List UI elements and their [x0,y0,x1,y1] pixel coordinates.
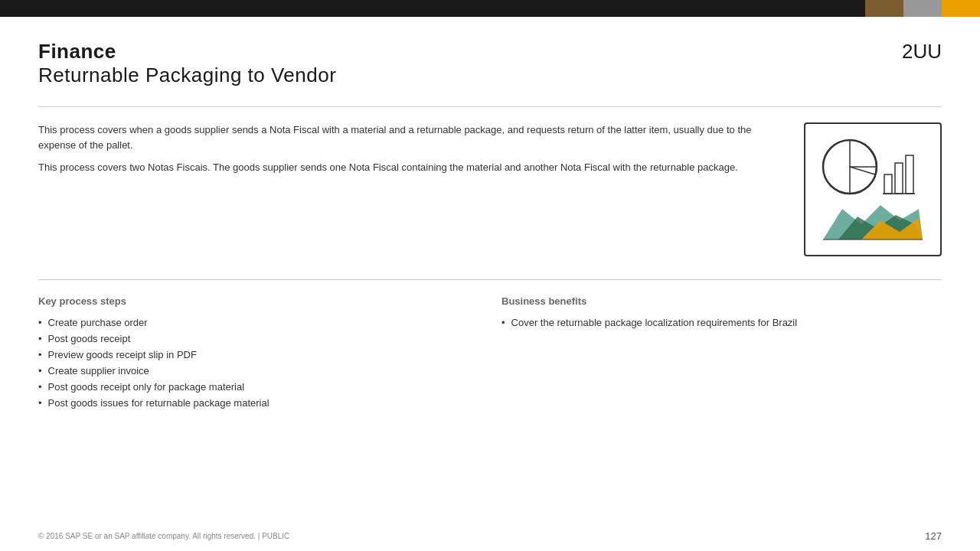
chart-svg [815,132,930,247]
list-item: Post goods issues for returnable package… [38,395,479,411]
page-footer: © 2016 SAP SE or an SAP affiliate compan… [38,530,942,542]
list-item: Cover the returnable package localizatio… [501,315,942,331]
title-code: 2UU [902,40,942,64]
list-item: Create purchase order [38,315,479,331]
list-item: Post goods receipt [38,331,479,347]
top-bar-gray-accent [903,0,942,17]
header-title-block: Finance Returnable Packaging to Vendor [38,40,336,87]
header-divider [38,106,942,107]
paragraph-1: This process covers when a goods supplie… [38,122,773,152]
key-process-list: Create purchase order Post goods receipt… [38,315,479,411]
title-subtitle: Returnable Packaging to Vendor [38,64,336,87]
business-benefits-heading: Business benefits [501,295,942,307]
svg-rect-3 [906,155,913,194]
list-item: Post goods receipt only for package mate… [38,379,479,395]
chart-illustration [804,122,942,256]
top-bar-brown-accent [865,0,903,17]
svg-rect-1 [884,174,892,194]
page-number: 127 [925,530,942,542]
list-item: Preview goods receipt slip in PDF [38,347,479,363]
business-benefits-list: Cover the returnable package localizatio… [501,315,942,331]
title-finance: Finance [38,40,336,64]
list-item: Create supplier invoice [38,363,479,379]
top-bar-gold-accent [942,0,980,17]
copyright-text: © 2016 SAP SE or an SAP affiliate compan… [38,532,289,540]
main-content: Finance Returnable Packaging to Vendor 2… [0,17,980,426]
business-benefits-section: Business benefits Cover the returnable p… [501,295,942,411]
page-header: Finance Returnable Packaging to Vendor 2… [38,40,942,87]
paragraph-2: This process covers two Notas Fiscais. T… [38,160,773,175]
top-bar [0,0,980,17]
bottom-section: Key process steps Create purchase order … [38,295,942,411]
body-text-block: This process covers when a goods supplie… [38,122,804,183]
svg-rect-2 [895,163,903,194]
top-bar-accents [865,0,980,17]
key-process-heading: Key process steps [38,295,479,307]
key-process-section: Key process steps Create purchase order … [38,295,501,411]
section-divider [38,279,942,280]
body-section: This process covers when a goods supplie… [38,122,942,256]
